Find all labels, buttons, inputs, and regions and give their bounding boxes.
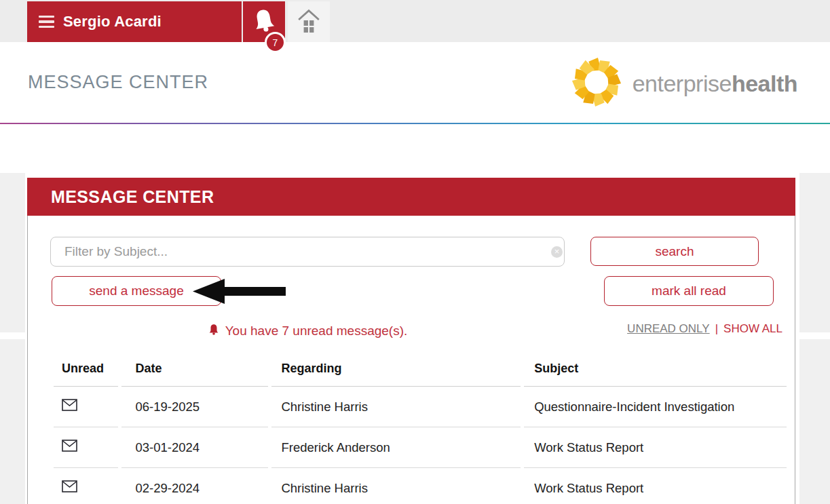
notification-count-badge: 7	[265, 32, 286, 53]
subject-cell[interactable]: Work Status Report	[524, 468, 787, 504]
page-title: MESSAGE CENTER	[28, 72, 208, 93]
date-cell[interactable]: 02-29-2024	[121, 468, 268, 504]
page-header: MESSAGE CENTER enterprisehealth	[0, 42, 830, 123]
section-banner: MESSAGE CENTER	[27, 178, 795, 216]
col-header-subject: Subject	[524, 351, 787, 387]
unread-cell[interactable]	[54, 468, 118, 504]
date-cell[interactable]: 03-01-2024	[121, 427, 268, 468]
table-header-row: Unread Date Regarding Subject	[54, 351, 787, 387]
sunflower-icon	[570, 56, 623, 111]
top-bar: Sergio Acardi	[0, 0, 830, 42]
view-filter-links: UNREAD ONLY | SHOW ALL	[627, 322, 782, 336]
mark-all-read-button[interactable]: mark all read	[604, 276, 774, 306]
message-row[interactable]: 06-19-2025 Christine Harris Questionnair…	[54, 387, 787, 427]
show-all-link[interactable]: SHOW ALL	[723, 322, 782, 336]
logo-wordmark: enterprisehealth	[633, 71, 797, 97]
filter-subject-input[interactable]	[50, 237, 565, 267]
envelope-icon	[62, 440, 77, 454]
table-body: 06-19-2025 Christine Harris Questionnair…	[54, 387, 787, 504]
annotation-arrow-left-icon	[193, 279, 286, 307]
home-button[interactable]	[288, 1, 330, 42]
section-title: MESSAGE CENTER	[51, 187, 214, 207]
message-center-card: × search send a message mark all read Yo…	[27, 216, 795, 504]
messages-table: Unread Date Regarding Subject 06-19-2025…	[50, 351, 790, 504]
col-header-date: Date	[121, 351, 268, 387]
unread-notice-text: You have 7 unread message(s).	[225, 324, 408, 338]
background-strip	[799, 339, 830, 504]
regarding-cell[interactable]: Christine Harris	[271, 468, 521, 504]
unread-cell[interactable]	[54, 387, 118, 427]
date-cell[interactable]: 06-19-2025	[121, 387, 268, 427]
subject-cell[interactable]: Work Status Report	[524, 427, 787, 468]
col-header-regarding: Regarding	[271, 351, 521, 387]
notice-bell-icon	[208, 323, 220, 339]
gradient-divider	[0, 123, 830, 124]
envelope-icon	[62, 400, 77, 414]
unread-notice: You have 7 unread message(s).	[50, 323, 565, 339]
search-button[interactable]: search	[590, 237, 759, 266]
user-name: Sergio Acardi	[63, 13, 162, 31]
regarding-cell[interactable]: Christine Harris	[271, 387, 521, 427]
home-icon	[297, 8, 321, 35]
user-menu-button[interactable]: Sergio Acardi	[27, 1, 242, 42]
clear-filter-icon[interactable]: ×	[551, 246, 563, 258]
enterprise-health-logo: enterprisehealth	[570, 56, 797, 111]
message-row[interactable]: 03-01-2024 Frederick Anderson Work Statu…	[54, 427, 787, 468]
envelope-icon	[62, 481, 77, 495]
col-header-unread: Unread	[54, 351, 118, 387]
hamburger-icon[interactable]	[39, 16, 54, 28]
message-row[interactable]: 02-29-2024 Christine Harris Work Status …	[54, 468, 787, 504]
unread-cell[interactable]	[54, 427, 118, 468]
background-strip	[0, 173, 25, 332]
background-strip	[799, 173, 830, 332]
subject-cell[interactable]: Questionnaire-Incident Investigation	[524, 387, 787, 427]
background-strip	[0, 339, 25, 504]
regarding-cell[interactable]: Frederick Anderson	[271, 427, 521, 468]
link-separator: |	[715, 322, 718, 336]
unread-only-link[interactable]: UNREAD ONLY	[627, 322, 710, 336]
